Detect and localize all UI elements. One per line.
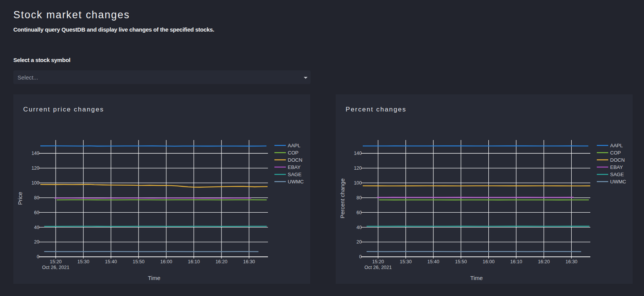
svg-text:Oct 26, 2021: Oct 26, 2021 — [365, 265, 392, 270]
svg-text:16:30: 16:30 — [566, 259, 577, 264]
svg-text:16:10: 16:10 — [188, 259, 200, 264]
svg-text:80: 80 — [34, 195, 40, 201]
svg-text:Percent change: Percent change — [339, 178, 346, 218]
svg-text:0: 0 — [359, 254, 362, 259]
svg-text:120: 120 — [354, 166, 362, 171]
svg-text:Oct 26, 2021: Oct 26, 2021 — [42, 265, 70, 270]
svg-text:20: 20 — [34, 239, 40, 245]
svg-text:15:20: 15:20 — [372, 259, 384, 264]
svg-text:60: 60 — [34, 210, 40, 215]
svg-text:15:40: 15:40 — [427, 259, 439, 264]
svg-text:AAPL: AAPL — [610, 143, 623, 148]
svg-text:15:20: 15:20 — [50, 259, 62, 264]
svg-text:16:00: 16:00 — [160, 259, 172, 264]
svg-text:SAGE: SAGE — [610, 172, 624, 177]
svg-text:20: 20 — [357, 239, 362, 245]
svg-text:80: 80 — [357, 195, 362, 201]
svg-text:100: 100 — [32, 180, 40, 186]
svg-text:15:30: 15:30 — [77, 259, 89, 264]
svg-text:15:40: 15:40 — [105, 259, 117, 264]
svg-text:COP: COP — [288, 150, 298, 156]
svg-text:COP: COP — [610, 150, 621, 156]
svg-text:40: 40 — [34, 225, 40, 230]
svg-text:16:10: 16:10 — [510, 259, 522, 264]
svg-text:EBAY: EBAY — [288, 164, 301, 170]
svg-text:DOCN: DOCN — [288, 157, 302, 163]
svg-text:60: 60 — [357, 210, 362, 215]
svg-text:Time: Time — [148, 275, 161, 281]
svg-text:SAGE: SAGE — [288, 172, 301, 177]
svg-text:16:30: 16:30 — [243, 259, 255, 264]
svg-text:UWMC: UWMC — [610, 179, 626, 185]
svg-text:Price: Price — [17, 192, 23, 205]
svg-text:DOCN: DOCN — [610, 157, 625, 163]
svg-text:UWMC: UWMC — [288, 179, 304, 185]
svg-text:16:20: 16:20 — [538, 259, 550, 264]
svg-text:15:50: 15:50 — [132, 259, 144, 264]
svg-text:140: 140 — [32, 151, 40, 156]
svg-text:16:00: 16:00 — [483, 259, 494, 264]
svg-text:AAPL: AAPL — [288, 143, 300, 148]
svg-text:Time: Time — [470, 275, 483, 281]
svg-text:EBAY: EBAY — [610, 164, 623, 170]
svg-text:100: 100 — [354, 180, 362, 186]
svg-text:120: 120 — [32, 166, 40, 171]
svg-text:Percent changes: Percent changes — [346, 106, 406, 113]
svg-text:40: 40 — [357, 225, 362, 230]
svg-text:140: 140 — [354, 151, 362, 156]
svg-text:15:50: 15:50 — [455, 259, 467, 264]
svg-text:15:30: 15:30 — [400, 259, 411, 264]
svg-text:Current price changes: Current price changes — [23, 106, 104, 113]
svg-text:16:20: 16:20 — [215, 259, 227, 264]
svg-text:0: 0 — [37, 254, 40, 259]
